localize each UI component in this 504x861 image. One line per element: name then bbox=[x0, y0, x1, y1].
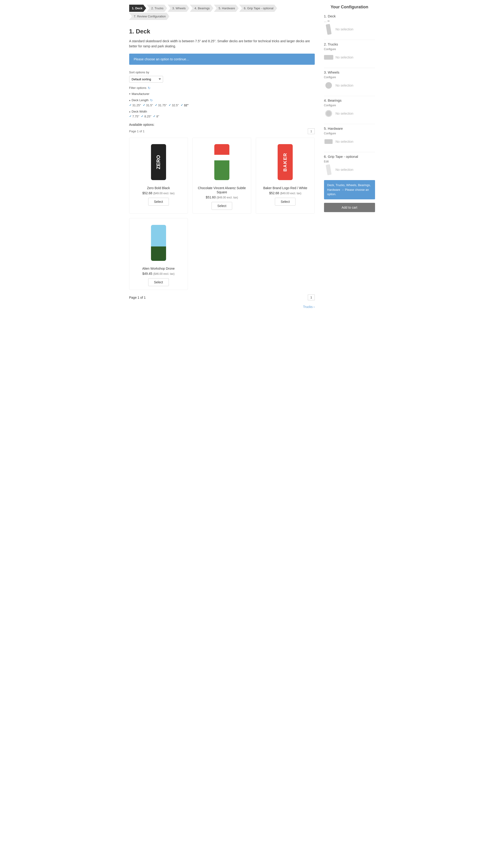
step-trucks[interactable]: 2. Trucks bbox=[146, 5, 167, 12]
config-link-trucks[interactable]: Configure bbox=[324, 47, 375, 51]
config-icon-bearings bbox=[324, 109, 333, 118]
filter-tag-8[interactable]: ✓ 8" bbox=[153, 115, 159, 118]
step-wheels[interactable]: 3. Wheels bbox=[168, 5, 190, 12]
product-name-alien: Alien Workshop Drone bbox=[132, 266, 185, 271]
step-grip[interactable]: 6. Grip Tape - optional bbox=[239, 5, 277, 12]
config-link-wheels[interactable]: Configure bbox=[324, 76, 375, 79]
warning-box: Deck, Trucks, Wheels, Bearings, Hardware… bbox=[324, 180, 375, 199]
product-image-baker bbox=[258, 141, 312, 183]
deck-length-tags: ✓ 31.25" ✓ 31.5" ✓ 31.75" ✓ 32.5" ✓ 32" bbox=[129, 104, 315, 107]
deck-description: A standard skateboard deck width is betw… bbox=[129, 39, 315, 49]
deck-image-baker bbox=[278, 144, 293, 180]
hardware-icon bbox=[324, 139, 333, 144]
filter-group-deck-width: ▴ Deck Width ✓ 7.75" ✓ 8.25" ✓ 8" bbox=[129, 110, 315, 118]
config-section-wheels: 3. Wheels Configure No selection bbox=[324, 70, 375, 90]
deck-length-refresh-icon[interactable]: ↻ bbox=[150, 98, 153, 102]
filter-tag-8-25[interactable]: ✓ 8.25" bbox=[141, 115, 151, 118]
config-link-bearings[interactable]: Configure bbox=[324, 104, 375, 107]
product-image-alien bbox=[132, 222, 185, 264]
select-button-zero[interactable]: Select bbox=[148, 198, 169, 206]
filter-tag-31-5[interactable]: ✓ 31.5" bbox=[143, 104, 153, 107]
step-deck[interactable]: 1. Deck bbox=[129, 5, 146, 12]
config-no-selection-grip: No selection bbox=[336, 168, 353, 172]
divider-2 bbox=[324, 68, 375, 68]
product-image-zero bbox=[132, 141, 185, 183]
sidebar-title: Your Configuration bbox=[324, 5, 375, 10]
config-section-trucks: 2. Trucks Configure No selection bbox=[324, 42, 375, 62]
filter-group-deck-length: ▴ Deck Length ↻ ✓ 31.25" ✓ 31.5" ✓ 31.75… bbox=[129, 98, 315, 107]
product-card-baker: Baker Brand Logo Red / White $52.68 ($49… bbox=[256, 138, 314, 214]
product-grid-bottom: Alien Workshop Drone $49.45 ($46.00 excl… bbox=[129, 218, 315, 290]
product-name-chocolate: Chocolate Vincent Alvarez Subtle Square bbox=[195, 186, 249, 194]
config-link-hardware[interactable]: Configure bbox=[324, 132, 375, 135]
bearing-icon bbox=[325, 110, 332, 117]
manufacturer-arrow-icon: ▾ bbox=[129, 93, 130, 95]
select-button-alien[interactable]: Select bbox=[148, 278, 169, 286]
deck-width-toggle[interactable]: ▴ Deck Width bbox=[129, 110, 315, 113]
product-name-zero: Zero Bold Black bbox=[132, 186, 185, 190]
available-label: Available options: bbox=[129, 123, 315, 126]
step-hardware[interactable]: 5. Hardware bbox=[214, 5, 239, 12]
filter-refresh-icon[interactable]: ↻ bbox=[148, 86, 151, 90]
deck-length-toggle[interactable]: ▴ Deck Length ↻ bbox=[129, 98, 315, 102]
config-no-selection-deck: No selection bbox=[336, 27, 353, 31]
sidebar: Your Configuration 1. Deck … ✏ No select… bbox=[324, 5, 375, 309]
config-no-selection-bearings: No selection bbox=[336, 112, 353, 115]
add-to-cart-button[interactable]: Add to cart bbox=[324, 203, 375, 212]
deck-length-arrow-icon: ▴ bbox=[129, 99, 130, 101]
product-name-baker: Baker Brand Logo Red / White bbox=[258, 186, 312, 190]
filter-tag-31-75[interactable]: ✓ 31.75" bbox=[155, 104, 167, 107]
product-card-zero: Zero Bold Black $52.68 ($49.00 excl. tax… bbox=[129, 138, 188, 214]
config-link-grip[interactable]: Edit bbox=[324, 160, 375, 163]
product-card-chocolate: Chocolate Vincent Alvarez Subtle Square … bbox=[193, 138, 251, 214]
config-item-deck: No selection bbox=[324, 25, 375, 34]
filter-tag-7-75[interactable]: ✓ 7.75" bbox=[129, 115, 139, 118]
config-item-hardware: No selection bbox=[324, 137, 375, 146]
page-title: 1. Deck bbox=[129, 28, 315, 35]
sort-select[interactable]: Default sorting Price: Low to High Price… bbox=[129, 76, 163, 83]
manufacturer-toggle[interactable]: ▾ Manufacturer bbox=[129, 92, 315, 96]
config-title-bearings: 4. Bearings bbox=[324, 98, 375, 102]
deck-width-arrow-icon: ▴ bbox=[129, 110, 130, 113]
wheel-icon bbox=[325, 82, 332, 88]
config-section-deck: 1. Deck … ✏ No selection bbox=[324, 14, 375, 34]
config-icon-grip bbox=[324, 165, 333, 174]
config-no-selection-wheels: No selection bbox=[336, 84, 353, 87]
deck-icon bbox=[326, 24, 332, 35]
config-section-grip: 6. Grip Tape - optional Edit No selectio… bbox=[324, 154, 375, 174]
select-button-baker[interactable]: Select bbox=[275, 198, 295, 206]
grip-icon bbox=[326, 164, 332, 175]
step-review[interactable]: 7. Review Configuration bbox=[129, 13, 170, 20]
deck-image-alien bbox=[151, 225, 166, 261]
config-link-deck[interactable]: … ✏ bbox=[324, 19, 375, 23]
config-icon-deck bbox=[324, 25, 333, 34]
config-icon-trucks bbox=[324, 53, 333, 62]
product-price-baker: $52.68 ($49.00 excl. tax) bbox=[258, 191, 312, 195]
filter-options-header: Filter options ↻ bbox=[129, 86, 315, 90]
config-title-deck: 1. Deck bbox=[324, 14, 375, 18]
config-title-grip: 6. Grip Tape - optional bbox=[324, 154, 375, 159]
product-price-chocolate: $51.60 ($48.00 excl. tax) bbox=[195, 195, 249, 199]
steps-navigation: 1. Deck 2. Trucks 3. Wheels 4. Bearings … bbox=[129, 5, 315, 21]
config-no-selection-hardware: No selection bbox=[336, 140, 353, 144]
pagination-bottom: Page 1 of 1 1 bbox=[129, 295, 315, 300]
product-image-chocolate bbox=[195, 141, 249, 183]
product-card-alien: Alien Workshop Drone $49.45 ($46.00 excl… bbox=[129, 218, 188, 290]
deck-image-chocolate bbox=[214, 144, 229, 180]
select-button-chocolate[interactable]: Select bbox=[211, 202, 232, 210]
next-navigation[interactable]: Trucks › bbox=[129, 305, 315, 309]
config-icon-hardware bbox=[324, 137, 333, 146]
config-icon-wheels bbox=[324, 81, 333, 90]
product-price-alien: $49.45 ($46.00 excl. tax) bbox=[132, 272, 185, 275]
divider-1 bbox=[324, 40, 375, 40]
filter-tag-31-25[interactable]: ✓ 31.25" bbox=[129, 104, 141, 107]
product-price-zero: $52.68 ($49.00 excl. tax) bbox=[132, 191, 185, 195]
filter-tag-32[interactable]: ✓ 32" bbox=[181, 104, 189, 107]
config-item-bearings: No selection bbox=[324, 109, 375, 118]
step-bearings[interactable]: 4. Bearings bbox=[190, 5, 214, 12]
config-title-hardware: 5. Hardware bbox=[324, 126, 375, 131]
truck-icon bbox=[324, 55, 333, 60]
main-content: 1. Deck 2. Trucks 3. Wheels 4. Bearings … bbox=[129, 5, 315, 309]
config-item-trucks: No selection bbox=[324, 53, 375, 62]
filter-tag-32-5[interactable]: ✓ 32.5" bbox=[169, 104, 179, 107]
